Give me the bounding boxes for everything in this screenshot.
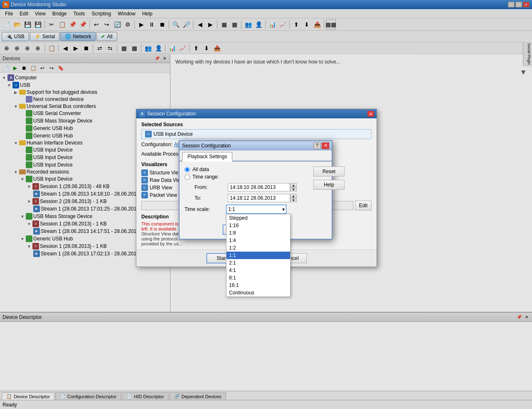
- viz-urb-label: URB View: [150, 185, 172, 191]
- from-input[interactable]: [228, 183, 290, 191]
- to-input-wrapper: ▲ ▼: [228, 194, 297, 202]
- option-2-1[interactable]: 2:1: [227, 259, 290, 267]
- to-spin-down[interactable]: ▼: [290, 198, 297, 202]
- from-input-wrapper: ▲ ▼: [228, 183, 297, 191]
- radio-group: All data Time range:: [185, 167, 297, 180]
- from-row: From: ▲ ▼: [185, 183, 297, 191]
- from-spin: ▲ ▼: [290, 183, 297, 191]
- option-1-8[interactable]: 1:8: [227, 229, 290, 237]
- radio-time-label: Time range:: [192, 174, 219, 180]
- viz-structure-icon: S: [141, 169, 148, 176]
- inner-dialog-titlebar: Session Configuration ? ✕: [180, 141, 332, 150]
- to-spin: ▲ ▼: [290, 194, 297, 202]
- option-1-16[interactable]: 1:16: [227, 222, 290, 229]
- from-spin-up[interactable]: ▲: [290, 183, 297, 187]
- inner-close-btn[interactable]: ✕: [322, 142, 329, 149]
- viz-packet-label: Packet View: [150, 192, 177, 198]
- reset-btn[interactable]: Reset: [313, 167, 345, 176]
- outer-dialog-titlebar: ⚙ Session Configuration ✕: [136, 109, 377, 118]
- source-label: USB Input Device: [153, 131, 193, 137]
- timescale-select[interactable]: 1:1: [226, 205, 286, 214]
- radio-all-label: All data: [192, 167, 209, 172]
- right-content: Reset Help: [313, 167, 345, 217]
- to-label: To:: [195, 195, 228, 201]
- to-spin-up[interactable]: ▲: [290, 194, 297, 198]
- timescale-dropdown-list: Stepped1:161:81:41:21:12:14:18:116:1Cont…: [226, 214, 291, 297]
- option-1-2[interactable]: 1:2: [227, 244, 290, 252]
- left-content: All data Time range: From: ▲ ▼: [185, 167, 297, 217]
- from-label: From:: [195, 184, 228, 190]
- source-icon: U: [145, 131, 152, 137]
- viz-packet-icon: P: [141, 192, 148, 198]
- dialog-content-row: All data Time range: From: ▲ ▼: [185, 167, 327, 217]
- to-row: To: ▲ ▼: [185, 194, 297, 202]
- inner-dialog-title: Session Configuration: [182, 143, 231, 149]
- radio-all-row: All data: [185, 167, 297, 172]
- option-1-4[interactable]: 1:4: [227, 237, 290, 244]
- to-input[interactable]: [228, 194, 290, 202]
- source-item: U USB Input Device: [141, 129, 372, 139]
- option-8-1[interactable]: 8:1: [227, 274, 290, 282]
- outer-dialog-icon: ⚙: [139, 110, 145, 117]
- radio-all[interactable]: [185, 167, 190, 172]
- radio-time-row: Time range:: [185, 174, 297, 180]
- from-spin-down[interactable]: ▼: [290, 187, 297, 191]
- viz-edit-btn[interactable]: Edit: [355, 201, 372, 211]
- viz-structure-label: Structure Vie...: [150, 170, 182, 176]
- timescale-label: Time scale:: [185, 206, 226, 212]
- inner-tab-bar: Playback Settings: [180, 150, 332, 162]
- outer-dialog-title: Session Configuration: [147, 111, 196, 117]
- inner-dialog-body: All data Time range: From: ▲ ▼: [180, 162, 332, 222]
- inner-help-icon-btn[interactable]: ?: [313, 142, 321, 149]
- inner-dialog-controls: ? ✕: [313, 142, 329, 149]
- config-label: Configuration:: [141, 142, 172, 147]
- radio-time[interactable]: [185, 174, 190, 180]
- option-16-1[interactable]: 16:1: [227, 282, 290, 289]
- selected-sources-label: Selected Sources: [141, 122, 372, 127]
- tab-playback[interactable]: Playback Settings: [182, 152, 232, 162]
- inner-help-btn[interactable]: Help: [313, 180, 345, 190]
- inner-session-dialog: Session Configuration ? ✕ Playback Setti…: [179, 140, 332, 240]
- outer-dialog-close[interactable]: ✕: [367, 111, 374, 117]
- option-Stepped[interactable]: Stepped: [227, 214, 290, 222]
- viz-rawdata-icon: R: [141, 177, 148, 184]
- timescale-row: Time scale: 1:1 ▼ Stepped1:161:81:41:21:…: [185, 205, 297, 214]
- option-1-1[interactable]: 1:1: [227, 252, 290, 259]
- timescale-dropdown-wrapper: 1:1 ▼ Stepped1:161:81:41:21:12:14:18:116…: [226, 205, 286, 214]
- viz-urb-icon: U: [141, 184, 148, 191]
- option-4-1[interactable]: 4:1: [227, 267, 290, 274]
- outer-dialog-controls: ✕: [367, 111, 374, 117]
- option-Continuous[interactable]: Continuous: [227, 289, 290, 296]
